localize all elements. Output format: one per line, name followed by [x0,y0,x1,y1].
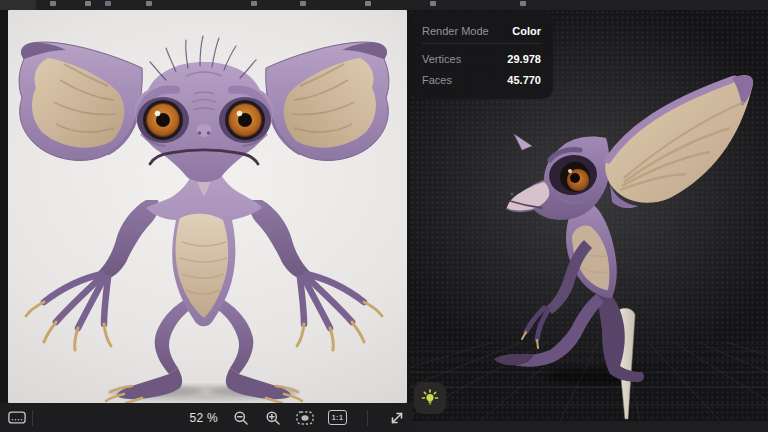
keyboard-shortcuts-icon[interactable] [8,409,26,427]
actual-size-label: 1:1 [332,414,344,421]
toolbar-icon-partial[interactable] [520,1,526,6]
toolbar-icon-partial[interactable] [251,1,257,6]
toolbar-icon-partial[interactable] [430,1,436,6]
zoom-out-icon[interactable] [232,409,250,427]
model-stats-panel: Render Mode Color Vertices 29.978 Faces … [410,12,553,99]
render-mode-value[interactable]: Color [512,25,541,37]
toolbar-icon-partial[interactable] [85,1,91,6]
top-toolbar-strip [0,0,768,10]
fit-view-icon[interactable] [296,409,314,427]
faces-value: 45.770 [507,74,541,86]
active-tool-highlight[interactable] [0,0,36,10]
zoom-level-display[interactable]: 52 % [189,411,218,425]
light-toggle-button[interactable] [414,382,446,414]
toolbar-icon-partial[interactable] [365,1,371,6]
viewport-bottom-strip [410,421,768,432]
toolbar-divider [367,410,368,426]
fullscreen-icon[interactable] [388,409,406,427]
viewer-toolbar: 52 % 1:1 [0,403,412,432]
actual-size-icon[interactable]: 1:1 [328,410,347,425]
vertices-value: 29.978 [507,53,541,65]
faces-label: Faces [422,74,452,86]
vertices-row: Vertices 29.978 [422,48,541,69]
creature-2d-render [8,10,407,403]
toolbar-icon-partial[interactable] [105,1,111,6]
toolbar-icon-partial[interactable] [50,1,56,6]
zoom-in-icon[interactable] [264,409,282,427]
toolbar-icon-partial[interactable] [300,1,306,6]
lightbulb-icon [421,389,439,407]
image-viewer-2d[interactable] [8,10,407,403]
toolbar-icon-partial[interactable] [146,1,152,6]
faces-row: Faces 45.770 [422,69,541,90]
render-mode-label: Render Mode [422,25,489,37]
toolbar-divider [32,410,33,426]
render-mode-row[interactable]: Render Mode Color [422,19,541,44]
vertices-label: Vertices [422,53,461,65]
